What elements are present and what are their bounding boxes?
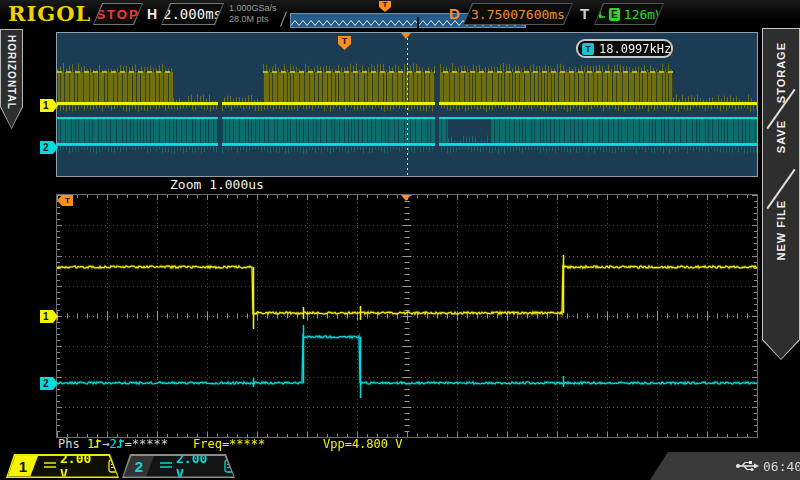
usb-icon: [735, 460, 759, 472]
bottom-status-bar: 1 2.00 V 2 2.00 V: [0, 452, 800, 480]
oscilloscope-screen: RIGOL STOP H 2.000ms 1.000GSa/s 28.0M pt…: [0, 0, 800, 480]
dc-coupling-icon: [160, 462, 172, 470]
falling-edge-icon: [595, 8, 605, 21]
timebase-value: 2.000ms: [163, 6, 222, 22]
menu-item-save[interactable]: SAVE: [762, 120, 800, 153]
delay-readout[interactable]: 3.75007600ms: [463, 3, 573, 25]
zoom-center-pointer-icon: [401, 195, 411, 201]
trigger-readout[interactable]: E 126mV: [594, 3, 664, 25]
dc-coupling-icon: [44, 462, 56, 470]
delay-value: 3.75007600ms: [471, 7, 565, 22]
zoom-waveform-window: [56, 194, 758, 438]
memory-depth: 28.0M pts: [229, 14, 277, 25]
zoom-waveform-canvas: [57, 195, 757, 437]
zoom-scale-label: Zoom 1.000us: [170, 177, 264, 192]
ch2-badge: 2: [124, 456, 155, 477]
phase-label: Phs: [58, 437, 80, 451]
run-state-indicator[interactable]: STOP: [93, 3, 143, 25]
ch2-number: 2: [135, 458, 143, 475]
ch2-status-tab[interactable]: 2 2.00 V: [122, 454, 235, 478]
trigger-source-badge: E: [609, 8, 620, 21]
trigger-label: T: [580, 5, 589, 22]
zoom-trigger-marker-label: T: [65, 196, 70, 205]
horizontal-scale-label: H: [147, 6, 157, 22]
run-state-label: STOP: [96, 7, 139, 22]
ch1-badge: 1: [8, 456, 39, 477]
phase-ch2: 2: [109, 437, 116, 451]
rising-edge-icon: [94, 437, 102, 451]
right-menu: STORAGE SAVE NEW FILE: [762, 28, 800, 360]
frequency-counter-icon: T: [582, 43, 594, 55]
overview-trigger-flag-label: T: [342, 36, 348, 46]
rigol-logo: RIGOL: [8, 1, 91, 26]
zoom-ch2-marker-label: 2: [43, 378, 49, 389]
zoom-position-pointer-icon: [401, 33, 411, 39]
timebase-box[interactable]: 2.000ms: [161, 3, 224, 25]
left-menu-title: HORIZONTAL: [6, 35, 17, 110]
acquisition-readout: 1.000GSa/s 28.0M pts: [229, 3, 277, 25]
delay-label: D: [449, 5, 460, 22]
rising-edge-icon: [117, 437, 125, 451]
separator-line: [280, 11, 287, 26]
menu-item-storage[interactable]: STORAGE: [762, 42, 800, 103]
measurement-row: Phs 1→2=***** Freq=***** Vpp=4.800 V: [0, 437, 800, 452]
menu-item-new-file-label: NEW FILE: [775, 200, 787, 261]
phase-measurement: Phs 1→2=*****: [58, 437, 168, 451]
ch1-status-tab[interactable]: 1 2.00 V: [6, 454, 119, 478]
vpp-measurement: Vpp=4.800 V: [323, 437, 402, 451]
freq-measurement: Freq=*****: [193, 437, 265, 451]
trigger-position-marker: T: [379, 1, 391, 12]
overview-ch2-marker-label: 2: [43, 142, 49, 153]
sample-rate: 1.000GSa/s: [229, 3, 277, 14]
top-bar: RIGOL STOP H 2.000ms 1.000GSa/s 28.0M pt…: [0, 0, 800, 28]
menu-item-save-label: SAVE: [775, 120, 787, 153]
phase-value: =*****: [125, 437, 168, 451]
frequency-counter-badge: T 18.0997kHz: [576, 39, 673, 58]
ch1-number: 1: [19, 458, 27, 475]
left-menu-tab[interactable]: HORIZONTAL: [0, 29, 23, 129]
overview-ch1-marker-label: 1: [43, 100, 49, 111]
menu-item-new-file[interactable]: NEW FILE: [762, 200, 800, 261]
frequency-counter-value: 18.0997kHz: [599, 42, 671, 56]
clock-time: 06:40: [763, 459, 800, 474]
trigger-position-marker-label: T: [383, 0, 388, 9]
time-panel: 06:40: [650, 452, 800, 480]
zoom-ch1-marker-label: 1: [43, 311, 49, 322]
menu-item-storage-label: STORAGE: [775, 42, 787, 103]
